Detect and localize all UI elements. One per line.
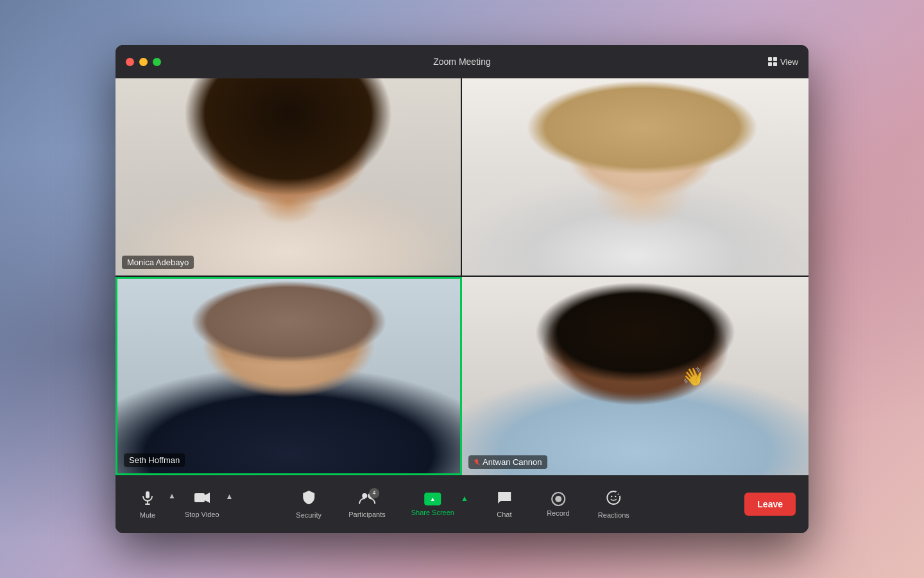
security-label: Security (296, 511, 321, 519)
stop-video-button[interactable]: Stop Video (180, 488, 225, 521)
record-label: Record (547, 509, 569, 517)
participants-label: Participants (348, 511, 385, 518)
participants-count-badge: 4 (369, 488, 379, 498)
toolbar-center: Security 4 Participants (289, 487, 635, 521)
record-button[interactable]: Record (539, 489, 578, 520)
view-label: View (780, 57, 798, 67)
monica-name-label: Monica Adebayo (122, 256, 194, 269)
sarah-video (462, 78, 809, 276)
seth-name-text: Seth Hoffman (129, 455, 180, 465)
toolbar: Mute ▲ Stop Video ▲ (116, 475, 809, 533)
share-screen-label: Share Screen (411, 509, 454, 516)
monica-video (116, 78, 461, 276)
chat-button[interactable]: Chat (485, 488, 524, 521)
mic-muted-icon (474, 459, 480, 466)
toolbar-right: Leave (744, 493, 796, 516)
minimize-button[interactable] (139, 58, 148, 66)
reactions-icon: + (606, 490, 621, 508)
svg-point-7 (362, 493, 367, 498)
mic-icon (140, 490, 155, 508)
svg-rect-2 (146, 491, 150, 498)
chat-icon (497, 491, 512, 507)
reactions-button[interactable]: + Reactions (593, 487, 635, 521)
leave-button[interactable]: Leave (744, 493, 796, 516)
video-cell-monica[interactable]: Monica Adebayo (116, 78, 462, 277)
svg-marker-6 (205, 493, 210, 503)
stop-video-group: Stop Video ▲ (180, 488, 235, 521)
mute-chevron[interactable]: ▲ (167, 491, 177, 500)
security-icon (302, 490, 316, 508)
video-cell-sarah[interactable] (462, 78, 809, 277)
participants-button[interactable]: 4 Participants (343, 488, 390, 521)
video-grid: Monica Adebayo Seth Hoffman 👋 Antwan Can (116, 78, 809, 475)
close-button[interactable] (126, 58, 134, 66)
hand-raise-icon: 👋 (682, 365, 705, 387)
svg-point-11 (615, 495, 616, 496)
traffic-lights (126, 58, 161, 66)
record-icon (551, 492, 565, 506)
video-chevron[interactable]: ▲ (225, 492, 235, 501)
share-screen-group: Share Screen ▲ (406, 490, 470, 519)
share-screen-button[interactable]: Share Screen (406, 490, 459, 519)
chat-label: Chat (497, 511, 511, 518)
mute-label: Mute (140, 511, 155, 519)
svg-rect-5 (194, 493, 205, 502)
svg-point-10 (611, 495, 612, 496)
zoom-window: Zoom Meeting View Monica Adebayo Seth Ho… (116, 45, 809, 533)
view-button[interactable]: View (768, 57, 798, 67)
seth-video (117, 279, 460, 473)
toolbar-left: Mute ▲ Stop Video ▲ (128, 487, 234, 521)
security-button[interactable]: Security (289, 487, 328, 521)
mute-button[interactable]: Mute (128, 487, 167, 521)
participants-icon: 4 (359, 491, 375, 507)
share-screen-icon (424, 493, 441, 505)
video-cell-seth[interactable]: Seth Hoffman (116, 277, 462, 475)
window-title: Zoom Meeting (433, 57, 490, 67)
stop-video-label: Stop Video (185, 511, 219, 518)
video-cell-antwan[interactable]: 👋 Antwan Cannon (462, 277, 809, 475)
antwan-video (462, 277, 809, 475)
antwan-name-label: Antwan Cannon (468, 455, 547, 469)
svg-text:+: + (617, 492, 619, 496)
video-icon (194, 491, 210, 507)
maximize-button[interactable] (153, 58, 161, 66)
reactions-label: Reactions (598, 511, 629, 519)
monica-name-text: Monica Adebayo (127, 258, 189, 267)
seth-name-label: Seth Hoffman (124, 453, 185, 467)
titlebar: Zoom Meeting View (116, 45, 809, 78)
mute-group: Mute ▲ (128, 487, 177, 521)
antwan-name-text: Antwan Cannon (483, 457, 542, 467)
grid-icon (768, 57, 777, 66)
share-chevron[interactable]: ▲ (459, 494, 470, 503)
